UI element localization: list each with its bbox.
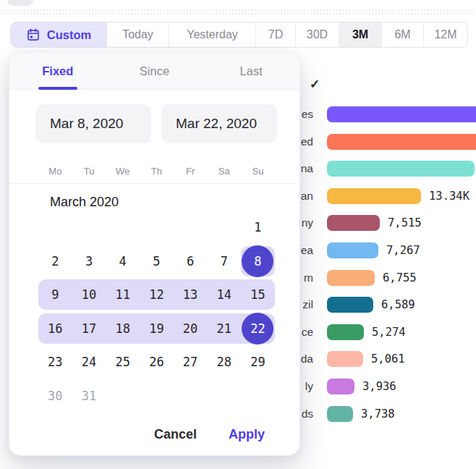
- period-12m-button[interactable]: 12M: [424, 22, 467, 47]
- day-number: 2: [51, 254, 59, 269]
- day-9[interactable]: 9: [38, 278, 72, 312]
- day-15[interactable]: 15: [241, 278, 275, 312]
- day-number: 29: [250, 355, 265, 369]
- day-number: 16: [48, 321, 62, 336]
- day-19[interactable]: 19: [140, 312, 174, 346]
- day-17[interactable]: 17: [72, 312, 106, 346]
- chart-bar: [327, 351, 363, 367]
- day-23[interactable]: 23: [38, 345, 72, 379]
- end-date-input[interactable]: Mar 22, 2020: [161, 104, 277, 143]
- day-number: 17: [82, 321, 96, 336]
- calendar-row: 23242526272829: [38, 345, 275, 379]
- chart-value: 3,936: [362, 380, 396, 393]
- tab-last[interactable]: Last: [203, 53, 299, 89]
- day-1[interactable]: 1: [241, 211, 275, 245]
- day-22[interactable]: 22: [241, 312, 275, 346]
- day-14[interactable]: 14: [207, 278, 241, 312]
- day-4[interactable]: 4: [106, 245, 140, 279]
- calendar-row: 1: [38, 211, 275, 245]
- period-custom-label: Custom: [47, 28, 91, 42]
- day-11[interactable]: 11: [106, 278, 140, 312]
- day-2[interactable]: 2: [38, 245, 72, 279]
- period-yesterday-button[interactable]: Yesterday: [169, 22, 256, 47]
- chart-value: 13.34K: [429, 190, 469, 203]
- chart-bar: [327, 188, 421, 204]
- period-3m-button[interactable]: 3M: [339, 22, 382, 47]
- empty-day-cell: [174, 211, 208, 245]
- tab-fixed[interactable]: Fixed: [9, 53, 106, 89]
- day-10[interactable]: 10: [72, 278, 106, 312]
- day-18[interactable]: 18: [106, 312, 140, 346]
- day-12[interactable]: 12: [140, 278, 174, 312]
- tab-label: Since: [140, 64, 169, 78]
- empty-day-cell: [207, 379, 241, 413]
- check-icon: ✓: [310, 77, 320, 92]
- empty-day-cell: [174, 379, 208, 413]
- chart-bar: [327, 106, 476, 122]
- day-29[interactable]: 29: [241, 345, 275, 379]
- period-label: 30D: [307, 28, 328, 41]
- day-7[interactable]: 7: [207, 245, 241, 279]
- popover-footer: Cancel Apply: [154, 427, 265, 442]
- period-label: 12M: [434, 28, 456, 41]
- day-30[interactable]: 30: [38, 379, 72, 413]
- start-date-input[interactable]: Mar 8, 2020: [35, 104, 151, 143]
- period-7d-button[interactable]: 7D: [256, 22, 296, 47]
- period-30d-button[interactable]: 30D: [296, 22, 339, 47]
- day-5[interactable]: 5: [140, 245, 174, 279]
- day-number: 13: [183, 287, 197, 302]
- day-number: 6: [187, 254, 194, 269]
- chart-value: 5,061: [371, 352, 405, 366]
- day-21[interactable]: 21: [207, 312, 241, 346]
- day-24[interactable]: 24: [72, 345, 106, 379]
- period-today-button[interactable]: Today: [107, 22, 169, 47]
- period-label: Yesterday: [187, 28, 238, 41]
- day-number: 28: [217, 355, 231, 369]
- day-number: 18: [115, 321, 129, 336]
- tab-since[interactable]: Since: [106, 53, 203, 89]
- chart-bar: [327, 242, 378, 258]
- chart-bar: [327, 270, 375, 286]
- day-26[interactable]: 26: [140, 345, 174, 379]
- day-number: 12: [149, 287, 163, 302]
- period-label: 3M: [352, 28, 368, 41]
- day-number: 11: [115, 287, 129, 302]
- day-number: 27: [183, 355, 197, 369]
- day-20[interactable]: 20: [174, 312, 208, 346]
- period-6m-button[interactable]: 6M: [382, 22, 424, 47]
- day-number: 7: [221, 254, 228, 269]
- day-16[interactable]: 16: [38, 312, 72, 346]
- day-number: 25: [115, 355, 129, 369]
- weekday-label: Th: [140, 161, 174, 180]
- day-number: 20: [183, 321, 197, 336]
- empty-day-cell: [106, 379, 140, 413]
- period-custom-button[interactable]: Custom: [11, 22, 107, 47]
- day-31[interactable]: 31: [72, 379, 106, 413]
- divider: [9, 183, 299, 184]
- calendar-row: 9101112131415: [38, 278, 275, 312]
- day-3[interactable]: 3: [72, 245, 106, 279]
- empty-day-cell: [38, 211, 72, 245]
- chart-value: 5,274: [372, 326, 406, 339]
- weekday-label: Sa: [207, 161, 241, 180]
- calendar-grid: 1234567891011121314151617181920212223242…: [38, 211, 275, 413]
- chart-value: 7,267: [386, 244, 420, 257]
- day-27[interactable]: 27: [174, 345, 208, 379]
- day-number: 14: [217, 287, 231, 302]
- day-number: 31: [82, 389, 96, 403]
- day-25[interactable]: 25: [106, 345, 140, 379]
- day-number: 26: [149, 355, 163, 369]
- cancel-button[interactable]: Cancel: [154, 427, 197, 442]
- apply-button[interactable]: Apply: [229, 427, 265, 442]
- day-6[interactable]: 6: [174, 245, 208, 279]
- day-28[interactable]: 28: [207, 345, 241, 379]
- calendar-row: 2345678: [38, 245, 275, 279]
- empty-day-cell: [72, 211, 106, 245]
- calendar-row: 3031: [38, 379, 275, 413]
- weekday-label: Su: [241, 161, 275, 180]
- selected-day-circle: 8: [242, 245, 273, 277]
- month-label: March 2020: [50, 195, 119, 210]
- day-number: 10: [82, 287, 96, 302]
- day-13[interactable]: 13: [174, 278, 208, 312]
- day-8[interactable]: 8: [241, 245, 275, 279]
